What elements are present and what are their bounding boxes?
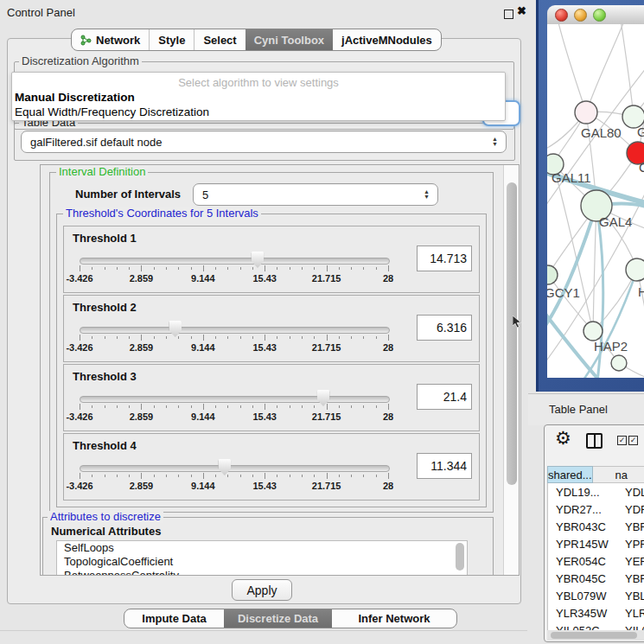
table-row[interactable]: YDR27...YDR2	[548, 501, 644, 518]
cell-name[interactable]: YDR2	[613, 503, 644, 516]
threshold-slider[interactable]: -3.4262.8599.14415.4321.71528	[80, 251, 388, 289]
network-edge[interactable]	[558, 24, 586, 112]
cell-shared-name[interactable]: YBR043C	[548, 520, 613, 533]
slider-track[interactable]	[80, 327, 390, 334]
attribute-item[interactable]: BetweennessCentrality	[57, 569, 467, 576]
slider-track[interactable]	[80, 258, 390, 265]
threshold-value-field[interactable]	[417, 315, 472, 341]
threshold-slider[interactable]: -3.4262.8599.14415.4321.71528	[80, 320, 388, 358]
tick-label: 28	[383, 342, 393, 353]
table-row[interactable]: YBL079WYBL0	[548, 587, 644, 604]
settings-scrollbar-thumb[interactable]	[507, 182, 517, 485]
checked-box-icon[interactable]: ✓	[617, 436, 627, 445]
threshold-slider[interactable]: -3.4262.8599.14415.4321.71528	[80, 458, 388, 496]
number-of-intervals-label: Number of Intervals	[75, 188, 181, 201]
table-row[interactable]: YBR043CYBR0	[548, 518, 644, 535]
gear-icon[interactable]: ⚙	[555, 428, 571, 449]
network-node[interactable]	[547, 265, 558, 284]
apply-button[interactable]: Apply	[232, 579, 292, 601]
tick-label: 9.144	[191, 342, 215, 353]
cell-name[interactable]: YDL1	[613, 486, 644, 499]
popup-option-equal-width-frequency[interactable]: Equal Width/Frequency Discretization	[15, 105, 209, 118]
tab-impute-data[interactable]: Impute Data	[124, 609, 224, 628]
float-window-icon[interactable]	[504, 10, 513, 19]
cell-name[interactable]: YBL0	[613, 590, 644, 603]
tick-label: 15.43	[252, 342, 277, 353]
tab-style[interactable]: Style	[150, 29, 194, 50]
network-node[interactable]	[583, 322, 603, 341]
column-header-shared-name[interactable]: shared...	[547, 466, 593, 483]
network-window-titlebar[interactable]	[547, 5, 644, 25]
split-columns-icon[interactable]	[586, 433, 603, 449]
checked-box-icon[interactable]: ✓	[628, 436, 638, 445]
cell-shared-name[interactable]: YPR145W	[548, 538, 613, 551]
slider-ticks	[80, 404, 388, 411]
attribute-item[interactable]: SelfLoops	[57, 541, 467, 555]
slider-tick-labels: -3.4262.8599.14415.4321.71528	[80, 273, 388, 284]
table-row[interactable]: YER054CYER0	[548, 552, 644, 570]
tab-discretize-data[interactable]: Discretize Data	[224, 609, 332, 628]
node-label: GAL80	[581, 125, 622, 140]
table-row[interactable]: YIL052CYIL0	[548, 622, 644, 630]
number-of-intervals-combobox[interactable]: 5 ▲▼	[193, 183, 438, 206]
table-row[interactable]: YLR345WYLR3	[548, 604, 644, 622]
panel-bottom-divider	[0, 630, 527, 631]
table-panel-widget: ⚙ ✓ ✓ shared... na YDL19...YDL1YDR27...Y…	[544, 424, 644, 642]
network-edge[interactable]	[586, 24, 625, 112]
attribute-item[interactable]: TopologicalCoefficient	[57, 555, 467, 569]
slider-track[interactable]	[80, 465, 390, 472]
cell-shared-name[interactable]: YLR345W	[548, 607, 613, 620]
cell-name[interactable]: YLR3	[613, 607, 644, 620]
settings-scrollbar-track[interactable]	[503, 165, 519, 575]
slider-ticks	[80, 473, 388, 480]
network-node[interactable]	[611, 355, 627, 371]
node-label: GAL11	[552, 170, 591, 185]
zoom-traffic-light-icon[interactable]	[593, 9, 606, 22]
popup-option-manual-discretization[interactable]: Manual Discretization	[15, 91, 135, 104]
tab-infer-network[interactable]: Infer Network	[332, 609, 456, 628]
table-hscrollbar-thumb[interactable]	[551, 632, 637, 639]
cell-name[interactable]: YBR0	[613, 520, 644, 533]
network-edge[interactable]	[621, 24, 634, 117]
network-node[interactable]	[626, 258, 644, 281]
threshold-value-field[interactable]	[417, 453, 472, 479]
cell-name[interactable]: YER0	[613, 555, 644, 568]
number-of-intervals-value: 5	[202, 188, 208, 201]
table-hscrollbar-track[interactable]	[547, 630, 644, 641]
slider-ticks	[80, 335, 388, 341]
cell-shared-name[interactable]: YBL079W	[548, 590, 613, 603]
network-edge[interactable]	[593, 206, 596, 331]
cell-shared-name[interactable]: YDL19...	[548, 486, 613, 499]
tick-label: 9.144	[191, 411, 215, 422]
table-row[interactable]: YPR145WYPR1	[548, 535, 644, 552]
discretization-algorithm-title: Discretization Algorithm	[19, 55, 142, 67]
minimize-traffic-light-icon[interactable]	[574, 9, 587, 22]
column-header-name[interactable]: na	[593, 466, 644, 483]
tab-jactivemnodules[interactable]: jActiveMNodules	[333, 29, 441, 50]
cell-name[interactable]: YIL0	[613, 624, 644, 631]
network-edge[interactable]	[553, 164, 593, 331]
table-data-combobox[interactable]: galFiltered.sif default node ▲▼	[21, 131, 507, 153]
slider-track[interactable]	[80, 396, 390, 403]
network-node[interactable]	[575, 101, 597, 124]
cell-shared-name[interactable]: YER054C	[548, 555, 613, 568]
tab-network[interactable]: Network	[72, 29, 150, 50]
cell-name[interactable]: YPR1	[613, 538, 644, 551]
table-row[interactable]: YDL19...YDL1	[548, 483, 644, 501]
tab-select[interactable]: Select	[194, 29, 245, 50]
cell-shared-name[interactable]: YDR27...	[548, 503, 613, 516]
node-label: GCY1	[547, 285, 580, 300]
close-icon[interactable]: ✖	[517, 4, 526, 17]
cell-shared-name[interactable]: YIL052C	[548, 624, 613, 631]
network-canvas[interactable]: GAL80GACGAL11GAL4GCY1HHAP2	[547, 24, 644, 378]
threshold-value-field[interactable]	[417, 245, 472, 271]
numerical-attributes-list[interactable]: SelfLoopsTopologicalCoefficientBetweenne…	[56, 540, 468, 576]
tab-cyni-toolbox[interactable]: Cyni Toolbox	[245, 29, 333, 50]
cell-name[interactable]: YBR0	[613, 572, 644, 585]
threshold-slider[interactable]: -3.4262.8599.14415.4321.71528	[80, 389, 388, 427]
cell-shared-name[interactable]: YBR045C	[548, 572, 613, 585]
attributes-list-scrollbar[interactable]	[456, 543, 464, 571]
close-traffic-light-icon[interactable]	[555, 9, 568, 22]
threshold-value-field[interactable]	[417, 384, 472, 410]
table-row[interactable]: YBR045CYBR0	[548, 570, 644, 587]
